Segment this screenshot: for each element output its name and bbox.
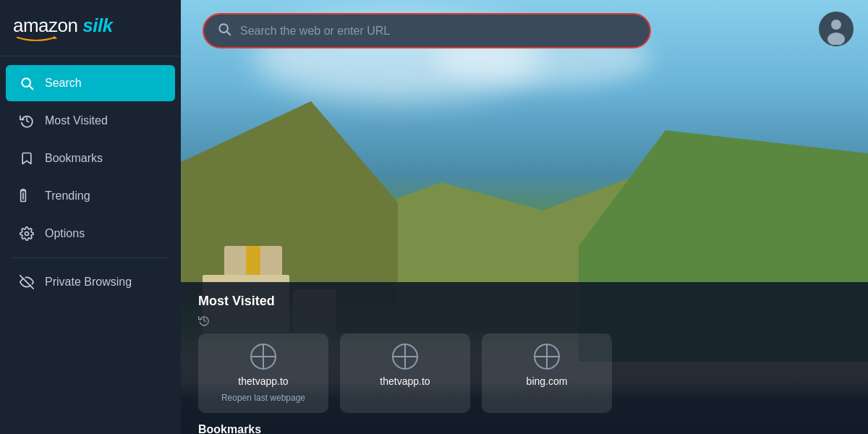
site-0-name: thetvapp.to: [238, 375, 288, 387]
svg-marker-4: [21, 189, 26, 191]
site-2-name: bing.com: [527, 375, 568, 387]
options-icon: [19, 226, 35, 242]
logo-amazon: amazon: [13, 14, 78, 36]
history-icon: [19, 113, 35, 129]
svg-point-11: [831, 20, 841, 30]
search-icon: [19, 75, 35, 91]
sidebar-item-search-label: Search: [45, 77, 82, 90]
main-content: Most Visited thetvapp.to Reopen last web…: [181, 0, 868, 434]
sidebar-item-bookmarks-label: Bookmarks: [45, 152, 103, 165]
sidebar-item-trending-label: Trending: [45, 190, 90, 203]
nav-items: Search Most Visited Bookmarks: [0, 56, 181, 434]
logo-silk: silk: [82, 14, 112, 36]
bookmark-icon: [19, 150, 35, 166]
site-0-globe-icon: [250, 344, 276, 370]
search-input[interactable]: [240, 25, 637, 38]
most-visited-section: Most Visited thetvapp.to Reopen last web…: [198, 294, 851, 413]
search-bar[interactable]: [203, 13, 651, 48]
svg-line-9: [227, 32, 231, 35]
logo-area: amazon silk: [0, 0, 181, 56]
private-icon: [19, 274, 35, 290]
bookmarks-title: Bookmarks: [198, 423, 851, 434]
site-1-globe-icon: [392, 344, 418, 370]
svg-point-6: [25, 232, 29, 236]
sidebar-item-search[interactable]: Search: [6, 65, 175, 101]
site-2-globe-icon: [534, 344, 560, 370]
most-visited-title: Most Visited: [198, 294, 851, 309]
sidebar-item-bookmarks[interactable]: Bookmarks: [6, 140, 175, 176]
site-card-0[interactable]: thetvapp.to Reopen last webpage: [198, 333, 328, 413]
site-card-2[interactable]: bing.com: [482, 333, 612, 413]
history-icon-small: [198, 315, 210, 326]
most-visited-icon-row: [198, 315, 851, 326]
profile-avatar: [820, 13, 852, 45]
svg-line-2: [30, 86, 33, 90]
nav-divider: [13, 258, 168, 258]
profile-icon[interactable]: [819, 12, 854, 46]
most-visited-sites-row: thetvapp.to Reopen last webpage thetvapp…: [198, 333, 851, 413]
site-1-name: thetvapp.to: [380, 375, 430, 387]
sidebar-item-trending[interactable]: Trending: [6, 178, 175, 214]
search-area: [203, 13, 817, 48]
bottom-panel: Most Visited thetvapp.to Reopen last web…: [181, 282, 868, 434]
sidebar-item-options[interactable]: Options: [6, 216, 175, 252]
site-0-desc: Reopen last webpage: [221, 393, 305, 403]
site-card-1[interactable]: thetvapp.to: [340, 333, 470, 413]
sidebar-item-most-visited-label: Most Visited: [45, 114, 108, 127]
search-bar-icon: [217, 22, 231, 40]
sidebar-item-private-browsing-label: Private Browsing: [45, 276, 132, 289]
sidebar-item-options-label: Options: [45, 227, 85, 240]
sidebar-item-most-visited[interactable]: Most Visited: [6, 103, 175, 139]
sidebar: amazon silk Search: [0, 0, 181, 434]
app-logo: amazon silk: [13, 14, 168, 37]
sidebar-item-private-browsing[interactable]: Private Browsing: [6, 264, 175, 300]
mountain-left: [181, 101, 398, 304]
trending-icon: [19, 188, 35, 204]
